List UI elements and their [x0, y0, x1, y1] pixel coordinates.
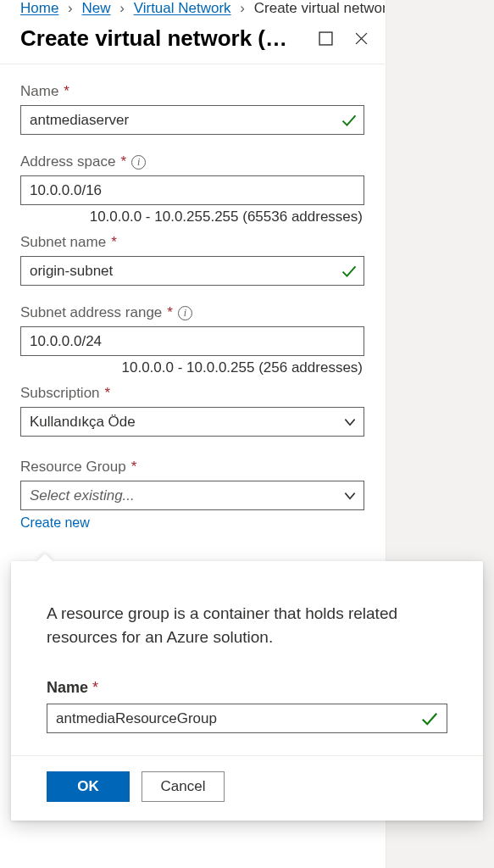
- info-icon[interactable]: i: [178, 306, 192, 320]
- popover-name-input[interactable]: [47, 704, 447, 733]
- breadcrumb: Home › New › Virtual Network › Create vi…: [0, 0, 385, 20]
- maximize-button[interactable]: [315, 29, 336, 49]
- required-indicator: *: [167, 304, 173, 321]
- maximize-icon: [319, 31, 333, 46]
- address-space-hint: 10.0.0.0 - 10.0.255.255 (65536 addresses…: [20, 205, 364, 231]
- popover-description: A resource group is a container that hol…: [47, 602, 447, 648]
- resource-group-select[interactable]: Select existing...: [20, 481, 364, 510]
- breadcrumb-new[interactable]: New: [82, 0, 111, 16]
- create-new-link[interactable]: Create new: [20, 510, 90, 531]
- info-icon[interactable]: i: [131, 155, 146, 170]
- blade-panel: Home › New › Virtual Network › Create vi…: [0, 0, 385, 531]
- breadcrumb-current: Create virtual network (classi: [254, 0, 385, 16]
- name-label: Name *: [20, 83, 364, 100]
- subscription-label-text: Subscription: [20, 385, 100, 402]
- address-space-label-text: Address space: [20, 153, 115, 170]
- check-icon: [420, 709, 439, 728]
- subnet-range-label: Subnet address range * i: [20, 304, 364, 321]
- required-indicator: *: [111, 234, 117, 251]
- subnet-range-label-text: Subnet address range: [20, 304, 162, 321]
- blade-header: Create virtual network (cl…: [0, 20, 385, 64]
- required-indicator: *: [105, 385, 111, 402]
- close-button[interactable]: [351, 29, 371, 49]
- subnet-name-input[interactable]: [20, 256, 364, 286]
- address-space-input[interactable]: [20, 175, 364, 205]
- resource-group-label: Resource Group *: [20, 459, 364, 476]
- close-icon: [354, 31, 369, 46]
- breadcrumb-sep: ›: [235, 0, 250, 16]
- name-label-text: Name: [20, 83, 58, 100]
- chevron-down-icon: [342, 415, 358, 430]
- subnet-name-label-text: Subnet name: [20, 234, 106, 251]
- required-indicator: *: [64, 83, 69, 100]
- cancel-button[interactable]: Cancel: [142, 771, 225, 802]
- subscription-label: Subscription *: [20, 385, 364, 402]
- subnet-range-hint: 10.0.0.0 - 10.0.0.255 (256 addresses): [20, 356, 364, 381]
- name-input[interactable]: [20, 105, 364, 135]
- resource-group-label-text: Resource Group: [20, 459, 126, 476]
- svg-rect-0: [319, 32, 332, 45]
- chevron-down-icon: [342, 488, 358, 504]
- required-indicator: *: [120, 153, 126, 170]
- form-body: Name * Address space * i 10.0.0.0 - 10.0…: [0, 64, 385, 531]
- subnet-name-label: Subnet name *: [20, 234, 364, 251]
- page-title: Create virtual network (cl…: [20, 25, 291, 52]
- subnet-range-input[interactable]: [20, 326, 364, 356]
- popover-name-label: Name *: [47, 679, 447, 697]
- subscription-select[interactable]: Kullandıkça Öde: [20, 407, 364, 437]
- subscription-value: Kullandıkça Öde: [30, 414, 136, 431]
- check-icon: [341, 112, 358, 129]
- popover-name-label-text: Name: [47, 679, 88, 696]
- ok-button[interactable]: OK: [47, 771, 130, 802]
- breadcrumb-virtual-network[interactable]: Virtual Network: [134, 0, 231, 16]
- breadcrumb-sep: ›: [63, 0, 78, 16]
- resource-group-placeholder: Select existing...: [30, 487, 135, 504]
- required-indicator: *: [92, 679, 98, 696]
- breadcrumb-home[interactable]: Home: [20, 0, 58, 16]
- required-indicator: *: [131, 459, 137, 476]
- create-resource-group-popover: A resource group is a container that hol…: [11, 561, 483, 821]
- address-space-label: Address space * i: [20, 153, 364, 170]
- breadcrumb-sep: ›: [114, 0, 130, 16]
- check-icon: [341, 263, 358, 280]
